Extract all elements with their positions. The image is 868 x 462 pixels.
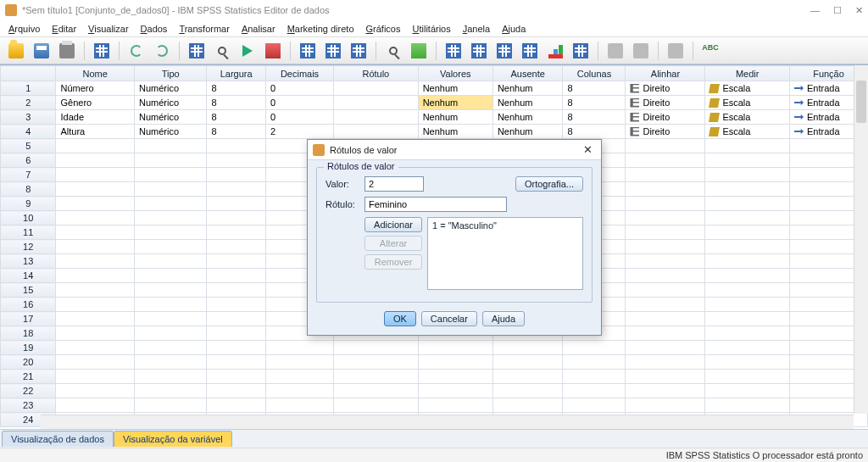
cell-nome[interactable]: Idade [56, 110, 135, 125]
col-alinhar[interactable]: Alinhar [626, 66, 705, 81]
table-row-empty[interactable]: 22 [1, 384, 868, 398]
cell-valores[interactable]: Nenhum [418, 125, 492, 139]
cell-empty[interactable] [705, 240, 790, 254]
toolbar-grid-button[interactable] [297, 40, 319, 62]
cell-medir[interactable]: Escala [705, 81, 790, 96]
cell-empty[interactable] [492, 341, 563, 355]
row-header[interactable]: 13 [1, 254, 56, 269]
cell-empty[interactable] [134, 341, 206, 355]
cell-empty[interactable] [266, 398, 334, 413]
cell-valores[interactable]: Nenhum [418, 96, 492, 110]
cell-colunas[interactable]: 8 [563, 110, 626, 125]
cell-empty[interactable] [334, 355, 419, 370]
toolbar-grid-button[interactable] [348, 40, 370, 62]
toolbar-generic-button[interactable] [630, 40, 652, 62]
table-row-empty[interactable]: 20 [1, 355, 868, 370]
cell-empty[interactable] [134, 384, 206, 398]
cell-empty[interactable] [626, 384, 705, 398]
toolbar-grid-button[interactable] [442, 40, 465, 62]
cell-empty[interactable] [134, 370, 206, 384]
row-header[interactable]: 11 [1, 225, 56, 240]
cell-colunas[interactable]: 8 [563, 96, 626, 110]
cell-empty[interactable] [56, 298, 135, 312]
cell-empty[interactable] [626, 211, 705, 225]
cell-empty[interactable] [492, 355, 563, 370]
cell-decimais[interactable]: 0 [266, 96, 334, 110]
cell-empty[interactable] [56, 240, 135, 254]
cell-empty[interactable] [626, 182, 705, 197]
cell-empty[interactable] [626, 254, 705, 269]
cell-empty[interactable] [705, 341, 790, 355]
menu-transformar[interactable]: Transformar [174, 22, 235, 36]
cell-empty[interactable] [207, 240, 266, 254]
menu-marketing-direto[interactable]: Marketing direto [282, 22, 359, 36]
menu-arquivo[interactable]: Arquivo [3, 22, 45, 36]
cell-empty[interactable] [134, 197, 206, 211]
cell-empty[interactable] [207, 225, 266, 240]
toolbar-save-button[interactable] [31, 40, 53, 62]
row-header[interactable]: 22 [1, 384, 56, 398]
rotulo-input[interactable] [364, 197, 507, 212]
cell-rotulo[interactable] [334, 96, 419, 110]
cell-alinhar[interactable]: Direito [626, 81, 705, 96]
cell-empty[interactable] [207, 197, 266, 211]
cell-empty[interactable] [626, 197, 705, 211]
cell-empty[interactable] [134, 211, 206, 225]
table-row-empty[interactable]: 21 [1, 370, 868, 384]
cell-empty[interactable] [492, 398, 563, 413]
cell-empty[interactable] [134, 298, 206, 312]
cell-empty[interactable] [418, 398, 492, 413]
cell-empty[interactable] [56, 326, 135, 341]
cell-empty[interactable] [56, 153, 135, 168]
menu-analisar[interactable]: Analisar [236, 22, 281, 36]
cell-empty[interactable] [626, 312, 705, 326]
cell-empty[interactable] [134, 153, 206, 168]
cell-rotulo[interactable] [334, 81, 419, 96]
cell-empty[interactable] [56, 283, 135, 298]
cell-empty[interactable] [56, 398, 135, 413]
cell-empty[interactable] [626, 240, 705, 254]
cell-empty[interactable] [56, 197, 135, 211]
cell-empty[interactable] [563, 341, 626, 355]
toolbar-generic-button[interactable] [604, 40, 626, 62]
cell-empty[interactable] [56, 341, 135, 355]
cell-empty[interactable] [207, 312, 266, 326]
cell-empty[interactable] [56, 225, 135, 240]
cell-empty[interactable] [705, 398, 790, 413]
col-largura[interactable]: Largura [207, 66, 266, 81]
row-header[interactable]: 18 [1, 326, 56, 341]
cell-empty[interactable] [705, 225, 790, 240]
cell-decimais[interactable]: 0 [266, 81, 334, 96]
cell-rotulo[interactable] [334, 125, 419, 139]
table-row[interactable]: 4AlturaNumérico82NenhumNenhum8DireitoEsc… [1, 125, 868, 139]
cell-empty[interactable] [626, 153, 705, 168]
cancel-button[interactable]: Cancelar [421, 311, 477, 326]
cell-alinhar[interactable]: Direito [626, 96, 705, 110]
row-header[interactable]: 15 [1, 283, 56, 298]
cell-empty[interactable] [56, 168, 135, 182]
cell-empty[interactable] [626, 341, 705, 355]
cell-empty[interactable] [626, 269, 705, 283]
cell-ausente[interactable]: Nenhum [492, 110, 563, 125]
cell-largura[interactable]: 8 [207, 125, 266, 139]
row-header[interactable]: 3 [1, 110, 56, 125]
cell-empty[interactable] [418, 355, 492, 370]
cell-alinhar[interactable]: Direito [626, 110, 705, 125]
cell-nome[interactable]: Gênero [56, 96, 135, 110]
cell-empty[interactable] [134, 225, 206, 240]
row-header[interactable]: 4 [1, 125, 56, 139]
cell-empty[interactable] [207, 211, 266, 225]
cell-empty[interactable] [418, 370, 492, 384]
row-header[interactable]: 5 [1, 139, 56, 153]
cell-colunas[interactable]: 8 [563, 81, 626, 96]
cell-empty[interactable] [626, 139, 705, 153]
cell-empty[interactable] [705, 269, 790, 283]
cell-empty[interactable] [626, 355, 705, 370]
toolbar-green-button[interactable] [408, 40, 430, 62]
cell-empty[interactable] [56, 182, 135, 197]
table-row-empty[interactable]: 23 [1, 398, 868, 413]
cell-empty[interactable] [134, 312, 206, 326]
maximize-button[interactable]: ☐ [833, 5, 842, 16]
cell-tipo[interactable]: Numérico [134, 125, 206, 139]
col-decimais[interactable]: Decimais [266, 66, 334, 81]
